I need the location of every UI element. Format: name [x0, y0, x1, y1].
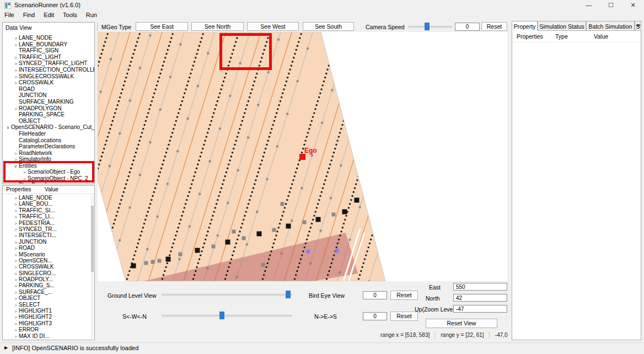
slider-handle[interactable]	[425, 23, 430, 30]
see-east-button[interactable]: See East	[136, 22, 188, 31]
expander-icon[interactable]: >	[13, 302, 19, 308]
expander-icon[interactable]: >	[13, 289, 19, 295]
tree-item[interactable]: >PARKING_S...	[3, 282, 94, 288]
north-input[interactable]: 42	[453, 294, 507, 302]
tree-item[interactable]: >RoadNetwork	[3, 150, 94, 157]
tree-item[interactable]: >LANE_BOUNDARY	[3, 41, 94, 48]
expander-icon[interactable]: >	[13, 296, 19, 301]
expander-icon[interactable]: >	[13, 239, 19, 245]
tab-property[interactable]: Property	[512, 21, 538, 31]
tree-item[interactable]: SURFACE_MARKING	[3, 99, 94, 105]
tree-item[interactable]: OBJECT	[3, 118, 94, 125]
bird-eye-reset-button[interactable]: Reset	[390, 291, 418, 300]
tree-item[interactable]: >TRAFFIC_SI...	[3, 207, 94, 213]
slider-track[interactable]	[408, 26, 452, 28]
tree-item[interactable]: ParameterDeclarations	[3, 143, 94, 150]
tree-item[interactable]: >SELECT	[3, 302, 94, 308]
tree-item[interactable]: >ROADPOLYGON	[3, 105, 94, 112]
menu-item[interactable]: Edit	[39, 11, 58, 20]
ground-level-slider[interactable]	[162, 291, 292, 298]
slider-handle[interactable]	[286, 291, 291, 298]
see-west-button[interactable]: See West	[247, 22, 299, 31]
tree-item[interactable]: >SINGLECRO...	[3, 270, 94, 276]
tree-item[interactable]: >LANE_BOU...	[3, 201, 94, 207]
tree-item[interactable]: >JUNCTION	[3, 239, 94, 245]
expander-icon[interactable]: >	[13, 74, 19, 80]
tree-item[interactable]: >HIGHLIGHT3	[3, 320, 94, 326]
expander-icon[interactable]: >	[13, 208, 19, 213]
tree-item[interactable]: >INTERSECTION_CONTROLLER	[3, 67, 94, 73]
expander-icon[interactable]: >	[13, 264, 19, 270]
camera-speed-value[interactable]: 0	[455, 23, 480, 31]
expander-icon[interactable]: >	[13, 227, 19, 232]
expander-icon[interactable]: >	[13, 35, 19, 41]
tree-item[interactable]: >LANE_NODE	[3, 195, 94, 201]
east-input[interactable]: 550	[453, 283, 507, 291]
expander-icon[interactable]: >	[13, 245, 19, 251]
tree-item[interactable]: >HIGHLIGHT2	[3, 314, 94, 320]
map-viewport[interactable]: Ego	[98, 32, 507, 281]
tree-item[interactable]: JUNCTION	[3, 92, 94, 99]
ego-marker[interactable]	[299, 154, 305, 160]
tree-item[interactable]: >TRAFFIC_LI...	[3, 213, 94, 219]
nes-value[interactable]: 0	[363, 312, 387, 320]
expander-icon[interactable]: >	[13, 151, 19, 157]
tree-item[interactable]: PARKING_SPACE	[3, 111, 94, 118]
tree-item[interactable]: >MAX ID DI...	[3, 333, 94, 339]
expander-icon[interactable]: >	[13, 61, 19, 67]
tree-item[interactable]: >TRAFFIC_LIGHT	[3, 54, 94, 61]
tree-item[interactable]: >SINGLECROSSWALK	[3, 73, 94, 80]
nes-reset-button[interactable]: Reset	[390, 312, 418, 321]
tab-batch-simulation[interactable]: Batch Simulation	[586, 21, 635, 31]
expander-icon[interactable]: >	[13, 258, 19, 264]
bird-eye-view-value[interactable]: 0	[363, 291, 387, 299]
tree-item[interactable]: >SYNCED_TRAFFIC_LIGHT	[3, 60, 94, 67]
tree-item[interactable]: >CROSSWALK	[3, 79, 94, 86]
expander-icon[interactable]: >	[13, 271, 19, 276]
tree-item[interactable]: >ERROR	[3, 326, 94, 332]
expander-icon[interactable]: >	[13, 55, 19, 61]
tree-item[interactable]: >INTERSECTI...	[3, 232, 94, 238]
tree-item[interactable]: >MScenario	[3, 251, 94, 258]
expander-icon[interactable]: >	[13, 308, 19, 314]
scrollbar-thumb[interactable]	[91, 206, 94, 272]
see-south-button[interactable]: See South	[303, 22, 354, 31]
tab-scroll-right-icon[interactable]: ▸	[638, 22, 641, 28]
menu-item[interactable]: File	[0, 11, 19, 20]
tree-item[interactable]: CatalogLocations	[3, 137, 94, 144]
tree-item[interactable]: >HIGHLIGHT1	[3, 308, 94, 314]
tree-item[interactable]: >CROSSWALK	[3, 264, 94, 270]
tree-item[interactable]: >PEDESTRIA...	[3, 220, 94, 226]
tree-item[interactable]: >ROADPOLY...	[3, 276, 94, 282]
expander-icon[interactable]: >	[13, 252, 19, 258]
tree-item[interactable]: >LANE_NODE	[3, 35, 94, 41]
expander-icon[interactable]: >	[13, 42, 19, 48]
see-north-button[interactable]: See North	[191, 22, 244, 31]
menu-item[interactable]: Find	[19, 11, 39, 20]
map-canvas[interactable]: Ego	[98, 32, 507, 281]
status-expand-icon[interactable]: ▶	[4, 345, 8, 350]
close-button[interactable]: ✕	[622, 0, 644, 11]
tree-item[interactable]: >OpenSCEN...	[3, 258, 94, 264]
expander-icon[interactable]: >	[13, 195, 19, 201]
slider-track[interactable]	[162, 315, 292, 317]
slider-track[interactable]	[162, 294, 292, 296]
expander-icon[interactable]: >	[13, 334, 19, 339]
camera-speed-slider[interactable]	[408, 23, 452, 30]
expander-icon[interactable]: >	[13, 221, 19, 226]
expander-icon[interactable]: >	[13, 106, 19, 112]
maximize-button[interactable]: ☐	[600, 0, 622, 11]
tab-simulation-status[interactable]: Simulation Status	[538, 21, 586, 31]
tree-item[interactable]: ROAD	[3, 86, 94, 93]
tree-item[interactable]: >OBJECT	[3, 295, 94, 301]
expander-icon[interactable]: >	[13, 314, 19, 320]
expander-icon[interactable]: >	[13, 201, 19, 207]
expander-icon[interactable]: >	[13, 321, 19, 326]
reset-view-button[interactable]: Reset View	[426, 319, 497, 328]
tree-item[interactable]: >ROAD	[3, 245, 94, 251]
expander-icon[interactable]: >	[13, 327, 19, 332]
menu-item[interactable]: Run	[82, 11, 101, 20]
tree-item[interactable]: FileHeader	[3, 131, 94, 137]
swn-slider[interactable]	[162, 312, 292, 319]
tree-item[interactable]: >SYNCED_TR...	[3, 226, 94, 232]
